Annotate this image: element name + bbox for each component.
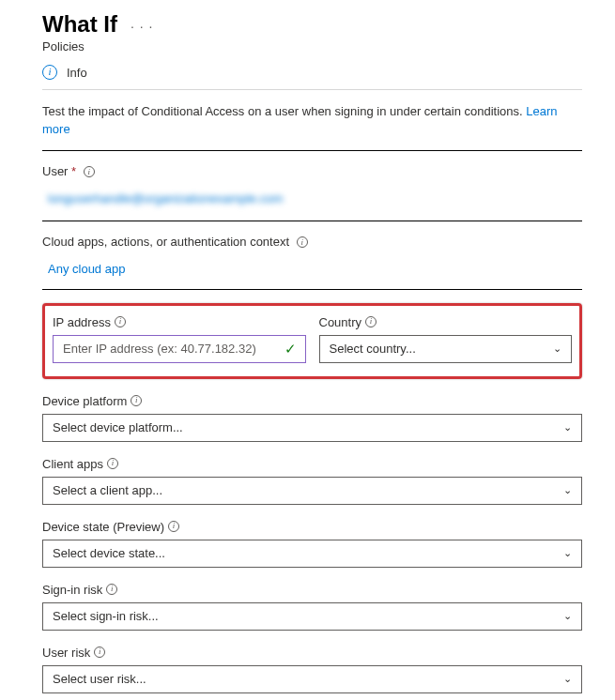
user-risk-select[interactable]: Select user risk... ⌄ [42, 665, 582, 693]
description-text: Test the impact of Conditional Access on… [42, 103, 582, 139]
info-icon[interactable]: i [94, 647, 105, 658]
chevron-down-icon: ⌄ [563, 610, 572, 622]
info-icon[interactable]: i [115, 316, 126, 327]
signin-risk-select[interactable]: Select sign-in risk... ⌄ [42, 602, 582, 631]
chevron-down-icon: ⌄ [563, 547, 572, 559]
page-title: What If [42, 11, 117, 38]
chevron-down-icon: ⌄ [563, 421, 572, 434]
info-icon: i [42, 65, 57, 80]
client-apps-select[interactable]: Select a client app... ⌄ [42, 477, 582, 505]
info-icon[interactable]: i [365, 316, 377, 327]
more-menu[interactable]: · · · [131, 15, 153, 34]
highlight-region: IP address i ✓ Country i Select country.… [42, 303, 582, 379]
info-icon[interactable]: i [131, 395, 142, 406]
client-apps-label: Client apps [42, 457, 103, 471]
device-state-label: Device state (Preview) [42, 520, 164, 534]
info-icon[interactable]: i [168, 521, 179, 532]
device-state-select[interactable]: Select device state... ⌄ [42, 540, 582, 568]
country-select[interactable]: Select country... ⌄ [319, 335, 573, 363]
chevron-down-icon: ⌄ [553, 342, 561, 355]
user-label: User [42, 164, 68, 178]
cloud-apps-label: Cloud apps, actions, or authentication c… [42, 235, 289, 249]
device-platform-select[interactable]: Select device platform... ⌄ [42, 414, 582, 442]
user-value[interactable]: longuserhandle@organizationexample.com [42, 188, 288, 209]
chevron-down-icon: ⌄ [563, 673, 572, 685]
chevron-down-icon: ⌄ [563, 484, 572, 496]
signin-risk-label: Sign-in risk [42, 583, 102, 597]
info-icon[interactable]: i [107, 458, 118, 469]
info-label[interactable]: Info [67, 66, 87, 80]
user-risk-label: User risk [42, 646, 90, 660]
info-icon[interactable]: i [84, 166, 95, 177]
any-cloud-app-link[interactable]: Any cloud app [48, 262, 582, 276]
info-icon[interactable]: i [297, 236, 308, 248]
page-subtitle: Policies [42, 39, 582, 53]
ip-address-label: IP address [53, 315, 111, 329]
info-icon[interactable]: i [106, 584, 117, 595]
required-mark: * [71, 164, 76, 178]
device-platform-label: Device platform [42, 394, 127, 408]
ip-address-input[interactable] [53, 335, 306, 363]
country-label: Country [319, 315, 362, 329]
